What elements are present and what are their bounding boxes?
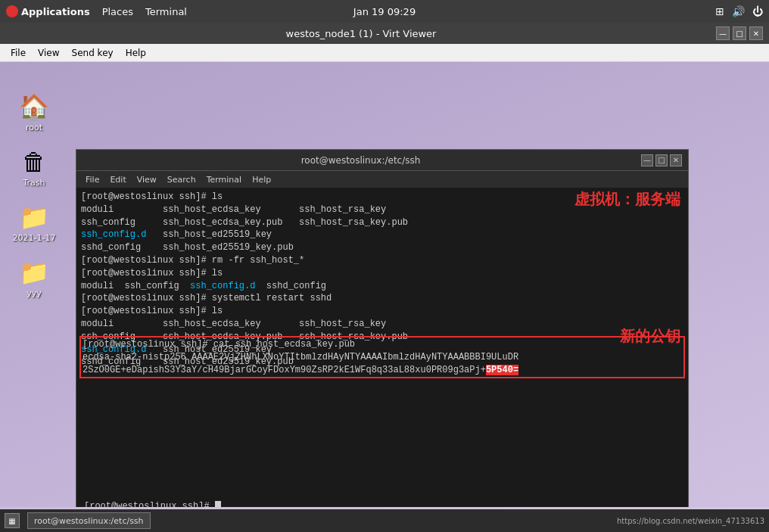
- terminal-menu-help[interactable]: Help: [248, 175, 276, 185]
- applications-menu[interactable]: Applications: [21, 6, 90, 17]
- volume-icon[interactable]: 🔊: [732, 5, 745, 17]
- terminal-window: root@westoslinux:/etc/ssh — □ ✕ File Edi…: [76, 149, 689, 507]
- system-bar: Applications Places Terminal Jan 19 09:2…: [0, 0, 769, 23]
- terminal-menu-terminal[interactable]: Terminal: [202, 175, 247, 185]
- terminal-line: [root@westoslinux ssh]# cat ssh_host_ecd…: [83, 338, 682, 351]
- terminal-title: root@westoslinux:/etc/ssh: [83, 155, 639, 166]
- desktop-icon-yyy[interactable]: 📁 yyy: [8, 258, 61, 298]
- network-icon[interactable]: ⊞: [715, 5, 724, 17]
- root-icon: 🏠: [19, 92, 49, 121]
- terminal-body[interactable]: 虚拟机：服务端 [root@westoslinux ssh]# ls modul…: [76, 188, 688, 507]
- desktop: Applications Places Terminal Jan 19 09:2…: [0, 0, 769, 532]
- terminal-line: moduli ssh_host_ecdsa_key ssh_host_rsa_k…: [81, 318, 683, 331]
- virt-minimize-button[interactable]: —: [716, 26, 730, 40]
- virt-menu-view[interactable]: View: [32, 48, 65, 58]
- yyy-label: yyy: [26, 288, 42, 298]
- terminal-line: [root@westoslinux ssh]# rm -fr ssh_host_…: [81, 254, 683, 267]
- virt-viewer-controls: — □ ✕: [716, 26, 763, 40]
- terminal-line: ssh_config.d ssh_host_ed25519_key: [81, 229, 683, 241]
- system-bar-right: ⊞ 🔊 ⏻: [715, 5, 763, 17]
- trash-icon: 🗑: [22, 148, 46, 176]
- terminal-menu-edit[interactable]: Edit: [105, 175, 130, 185]
- terminal-line: [root@westoslinux ssh]# ls: [81, 305, 683, 318]
- terminal-line: moduli ssh_config ssh_config.d sshd_conf…: [81, 280, 683, 293]
- yyy-folder-icon: 📁: [19, 258, 49, 287]
- virt-menubar: File View Send key Help: [0, 44, 769, 62]
- taskbar-show-desktop-button[interactable]: ▦: [5, 513, 20, 528]
- terminal-menu-search[interactable]: Search: [163, 175, 201, 185]
- date-folder-icon: 📁: [19, 203, 49, 232]
- places-menu[interactable]: Places: [102, 6, 133, 17]
- terminal-prompt: [root@westoslinux ssh]#: [84, 500, 221, 507]
- terminal-line: 2SzO0GE+eDapishS3Y3aY/cH49BjarGCoyFDoxYm…: [83, 364, 682, 377]
- terminal-line: moduli ssh_host_ecdsa_key ssh_host_rsa_k…: [81, 204, 683, 216]
- terminal-menubar: File Edit View Search Terminal Help: [76, 171, 688, 188]
- terminal-close-button[interactable]: ✕: [670, 154, 682, 166]
- root-label: root: [26, 123, 42, 132]
- virt-restore-button[interactable]: □: [733, 26, 746, 40]
- terminal-line: sshd_config ssh_host_ed25519_key.pub: [81, 241, 683, 254]
- terminal-line: [root@westoslinux ssh]# ls: [81, 267, 683, 280]
- desktop-icon-date[interactable]: 📁 2021-1-17: [8, 203, 61, 243]
- power-icon[interactable]: ⏻: [752, 5, 763, 17]
- taskbar-window-item[interactable]: root@westoslinux:/etc/ssh: [27, 512, 151, 529]
- system-bar-datetime: Jan 19 09:29: [353, 6, 416, 17]
- trash-label: Trash: [23, 178, 45, 188]
- terminal-line: ecdsa-sha2-nistp256 AAAAE2VjZHNhLXNoYTIt…: [83, 351, 682, 364]
- virt-viewer-titlebar: westos_node1 (1) - Virt Viewer — □ ✕: [0, 23, 769, 44]
- highlight-block: [root@westoslinux ssh]# cat ssh_host_ecd…: [79, 336, 685, 378]
- terminal-line: [root@westoslinux ssh]# ls: [81, 191, 683, 204]
- virt-menu-file[interactable]: File: [5, 48, 32, 58]
- virt-menu-sendkey[interactable]: Send key: [66, 48, 120, 58]
- date-label: 2021-1-17: [13, 233, 56, 243]
- terminal-line: [root@westoslinux ssh]# systemctl restar…: [81, 292, 683, 305]
- terminal-titlebar: root@westoslinux:/etc/ssh — □ ✕: [76, 150, 688, 171]
- taskbar: ▦ root@westoslinux:/etc/ssh https://blog…: [0, 509, 769, 532]
- terminal-menu[interactable]: Terminal: [145, 6, 187, 17]
- terminal-minimize-button[interactable]: —: [641, 154, 653, 166]
- virt-close-button[interactable]: ✕: [749, 26, 763, 40]
- virt-menu-help[interactable]: Help: [120, 48, 152, 58]
- virt-viewer-title: westos_node1 (1) - Virt Viewer: [6, 28, 716, 39]
- terminal-restore-button[interactable]: □: [655, 154, 668, 166]
- app-icon-red: [6, 5, 18, 17]
- virt-viewer-window: westos_node1 (1) - Virt Viewer — □ ✕ Fil…: [0, 23, 769, 507]
- terminal-menu-view[interactable]: View: [132, 175, 161, 185]
- taskbar-left: ▦ root@westoslinux:/etc/ssh: [5, 512, 151, 529]
- terminal-line: ssh_config ssh_host_ecdsa_key.pub ssh_ho…: [81, 216, 683, 229]
- desktop-icon-root[interactable]: 🏠 root: [8, 92, 61, 132]
- system-bar-left: Applications Places Terminal: [6, 5, 187, 17]
- desktop-icons: 🏠 root 🗑 Trash 📁 2021-1-17 📁 yyy: [8, 92, 61, 298]
- terminal-menu-file[interactable]: File: [81, 175, 104, 185]
- taskbar-url-hint: https://blog.csdn.net/weixin_47133613: [617, 517, 764, 525]
- desktop-icon-trash[interactable]: 🗑 Trash: [8, 148, 61, 188]
